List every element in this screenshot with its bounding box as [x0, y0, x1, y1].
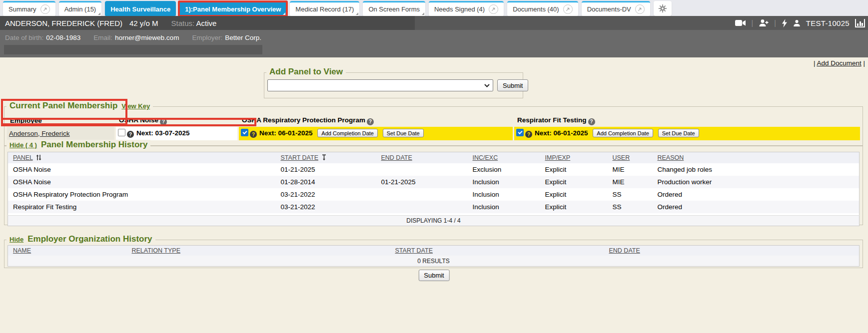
tab-corner-notch-icon [283, 12, 285, 15]
tab-corner-notch-icon [98, 12, 100, 15]
employer-label: Employer: [192, 34, 222, 41]
osha-noise-checkbox[interactable] [118, 129, 125, 136]
respirator-fit-checkbox[interactable] [516, 129, 524, 136]
patient-header-icons: | | TEST-10025 [735, 16, 866, 30]
column-reason[interactable]: REASON [653, 152, 860, 164]
tab-needs-signed[interactable]: Needs Signed (4) [429, 1, 504, 16]
employee-link[interactable]: Anderson, Frederick [9, 130, 70, 137]
table-header-row: PANEL START DATE END DATE INC/EXC IMP/EX… [8, 152, 860, 164]
sort-descending-icon [321, 154, 327, 161]
help-icon[interactable]: ? [525, 131, 532, 138]
column-panel[interactable]: PANEL [8, 152, 276, 164]
open-in-new-window-icon[interactable] [40, 4, 50, 14]
osha-respiratory-checkbox[interactable] [241, 129, 248, 136]
bar-chart-icon[interactable] [855, 19, 865, 27]
pagination-row: DISPLAYING 1-4 / 4 [8, 216, 860, 226]
tab-documents-dv[interactable]: Documents-DV [582, 1, 650, 16]
video-call-icon[interactable] [735, 19, 746, 26]
employee-cell: Anderson, Frederick [7, 127, 114, 140]
tab-panel-membership-overview[interactable]: 1):Panel Membership Overview [179, 1, 286, 16]
column-start-date[interactable]: START DATE [390, 246, 604, 256]
employer-history-submit-button[interactable]: Submit [418, 270, 449, 281]
lightning-icon[interactable] [782, 19, 788, 27]
demographics-bar: Date of birth: 02-08-1983 Email: horner@… [0, 30, 868, 57]
tab-label: Needs Signed (4) [434, 5, 485, 13]
set-due-date-button[interactable]: Set Due Date [383, 129, 424, 137]
add-document-link[interactable]: Add Document [817, 59, 861, 67]
column-osha-noise: OSHA Noise? [116, 115, 237, 126]
tab-medical-record[interactable]: Medical Record (17) [290, 1, 359, 16]
separator: | [814, 59, 816, 67]
tab-health-surveillance[interactable]: Health Surveillance [105, 1, 176, 16]
empty-results-text: 0 RESULTS [8, 256, 860, 267]
column-imp-exp[interactable]: IMP/EXP [540, 152, 608, 164]
webchart-app: Summary Admin (15) Health Surveillance 1… [0, 0, 868, 333]
chevron-down-icon [484, 84, 490, 87]
add-panel-legend: Add Panel to View [269, 67, 343, 77]
panel-history-fieldset: Hide ( 4 ) Panel Membership History PANE… [4, 145, 863, 225]
hide-employer-history-link[interactable]: Hide [9, 236, 23, 243]
table-header-row: Employee OSHA Noise? OSHA Respiratory Pr… [7, 115, 860, 126]
tab-label: Medical Record (17) [295, 5, 354, 13]
tab-admin[interactable]: Admin (15) [59, 1, 102, 16]
column-start-date[interactable]: START DATE [276, 152, 376, 164]
tab-summary[interactable]: Summary [3, 1, 55, 16]
add-user-icon[interactable] [759, 19, 769, 27]
table-row[interactable]: OSHA Noise01-21-2025 ExclusionExplicitMI… [8, 163, 860, 176]
table-header-row: NAME RELATION TYPE START DATE END DATE [8, 246, 860, 256]
patient-summary: ANDERSON, FREDERICK (FRED) 42 y/o M Stat… [0, 16, 415, 30]
email-label: Email: [93, 34, 112, 41]
table-row: Anderson, Frederick ?Next: 03-07-2025 ?N… [7, 127, 860, 140]
gear-icon [658, 4, 667, 13]
osha-noise-cell: ?Next: 03-07-2025 [116, 127, 237, 140]
employer-history-fieldset: Hide Employer Organization History NAME … [4, 240, 863, 268]
open-in-new-window-icon[interactable] [489, 4, 498, 14]
add-panel-submit-button[interactable]: Submit [497, 79, 528, 91]
email-value: horner@mieweb.com [115, 34, 179, 41]
column-end-date[interactable]: END DATE [604, 246, 860, 256]
column-relation-type[interactable]: RELATION TYPE [127, 246, 390, 256]
table-row[interactable]: OSHA Noise01-28-201401-21-2025 Inclusion… [8, 176, 860, 188]
help-icon[interactable]: ? [127, 131, 134, 138]
table-row[interactable]: OSHA Respiratory Protection Program03-21… [8, 188, 860, 201]
user-icon[interactable] [793, 19, 801, 27]
tab-label: Documents (40) [513, 5, 559, 13]
tab-corner-notch-icon [356, 12, 358, 15]
osha-respiratory-cell: ?Next: 06-01-2025 Add Completion Date Se… [239, 127, 513, 140]
demographics-panel-shade [4, 45, 262, 54]
panel-history-legend: Panel Membership History [41, 140, 148, 150]
open-in-new-window-icon[interactable] [563, 4, 573, 14]
set-due-date-button[interactable]: Set Due Date [658, 129, 699, 137]
column-inc-exc[interactable]: INC/EXC [468, 152, 540, 164]
view-key-link[interactable]: View Key [121, 102, 150, 110]
help-icon[interactable]: ? [367, 118, 374, 125]
column-name[interactable]: NAME [8, 246, 127, 256]
add-completion-date-button[interactable]: Add Completion Date [317, 129, 378, 137]
add-panel-fieldset: Add Panel to View Submit [264, 72, 523, 98]
tab-on-screen-forms[interactable]: On Screen Forms [363, 1, 425, 16]
help-icon[interactable]: ? [588, 118, 595, 125]
sort-both-icon [36, 154, 41, 161]
panel-select[interactable] [267, 79, 493, 91]
column-end-date[interactable]: END DATE [376, 152, 468, 164]
patient-name: ANDERSON, FREDERICK (FRED) [5, 19, 122, 27]
add-completion-date-button[interactable]: Add Completion Date [593, 129, 653, 137]
column-osha-respiratory: OSHA Respiratory Protection Program? [239, 115, 513, 126]
column-user[interactable]: USER [608, 152, 653, 164]
tab-label: Admin (15) [64, 5, 96, 13]
panel-history-table: PANEL START DATE END DATE INC/EXC IMP/EX… [7, 152, 860, 226]
separator: | [863, 59, 865, 67]
help-icon[interactable]: ? [250, 131, 257, 138]
tab-documents[interactable]: Documents (40) [507, 1, 578, 16]
column-respirator-fit: Respirator Fit Testing? [514, 115, 860, 126]
divider: | [774, 19, 776, 27]
chart-tab-bar: Summary Admin (15) Health Surveillance 1… [0, 0, 868, 16]
status-label: Status: [171, 19, 195, 27]
tab-settings[interactable] [654, 1, 672, 16]
current-panel-legend: Current Panel Membership [9, 101, 117, 111]
open-in-new-window-icon[interactable] [635, 4, 645, 14]
table-row[interactable]: Respirator Fit Testing03-21-2022 Inclusi… [8, 201, 860, 213]
hide-history-link[interactable]: Hide ( 4 ) [9, 141, 37, 149]
help-icon[interactable]: ? [160, 118, 167, 125]
employer-value: Better Corp. [225, 34, 261, 41]
